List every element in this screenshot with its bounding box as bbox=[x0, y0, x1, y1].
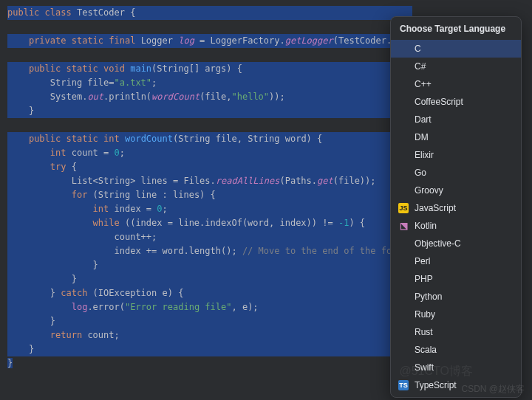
language-list: CC#C++CoffeeScriptDartDMElixirGoGroovyJS… bbox=[391, 40, 521, 397]
popup-title: Choose Target Language bbox=[391, 17, 521, 40]
language-item-objective-c[interactable]: Objective-C bbox=[391, 235, 521, 252]
language-label: Rust bbox=[415, 325, 433, 339]
blank-icon bbox=[398, 114, 409, 125]
blank-icon bbox=[398, 132, 409, 142]
language-item-coffeescript[interactable]: CoffeeScript bbox=[391, 93, 521, 111]
language-item-elixir[interactable]: Elixir bbox=[391, 146, 521, 164]
language-item-dm[interactable]: DM bbox=[391, 128, 521, 146]
language-item-go[interactable]: Go bbox=[391, 164, 521, 182]
language-item-c-[interactable]: C++ bbox=[391, 75, 521, 93]
language-item-scala[interactable]: Scala bbox=[391, 341, 521, 359]
language-item-rust[interactable]: Rust bbox=[391, 323, 521, 341]
language-label: Go bbox=[415, 166, 426, 179]
kotlin-icon: ⬔ bbox=[398, 221, 409, 231]
language-label: Perl bbox=[415, 255, 430, 268]
blank-icon bbox=[398, 256, 409, 266]
language-label: DM bbox=[415, 131, 429, 144]
language-item-c-[interactable]: C# bbox=[391, 58, 521, 75]
language-label: Elixir bbox=[415, 148, 434, 162]
blank-icon bbox=[398, 150, 409, 160]
language-label: PHP bbox=[415, 272, 433, 286]
language-label: Scala bbox=[415, 343, 437, 356]
language-label: CoffeeScript bbox=[415, 95, 463, 108]
language-item-groovy[interactable]: Groovy bbox=[391, 182, 521, 199]
language-item-ruby[interactable]: Ruby bbox=[391, 306, 521, 323]
language-label: Python bbox=[415, 290, 442, 303]
language-item-php[interactable]: PHP bbox=[391, 270, 521, 288]
language-item-javascript[interactable]: JSJavaScript bbox=[391, 199, 521, 217]
language-label: TypeScript bbox=[415, 379, 457, 392]
blank-icon bbox=[398, 44, 409, 54]
language-item-c[interactable]: C bbox=[391, 40, 521, 58]
blank-icon bbox=[398, 61, 409, 72]
target-language-popup: Choose Target Language CC#C++CoffeeScrip… bbox=[390, 16, 522, 398]
blank-icon bbox=[398, 97, 409, 107]
blank-icon bbox=[398, 292, 409, 302]
typescript-icon: TS bbox=[398, 380, 409, 390]
language-item-python[interactable]: Python bbox=[391, 288, 521, 306]
blank-icon bbox=[398, 309, 409, 320]
language-item-dart[interactable]: Dart bbox=[391, 111, 521, 128]
watermark-2: @51CTO博客 bbox=[399, 364, 473, 379]
language-item-kotlin[interactable]: ⬔Kotlin bbox=[391, 217, 521, 235]
blank-icon bbox=[398, 345, 409, 355]
language-label: C# bbox=[415, 60, 426, 73]
blank-icon bbox=[398, 238, 409, 249]
language-label: Dart bbox=[415, 113, 432, 126]
javascript-icon: JS bbox=[398, 203, 409, 213]
language-label: C bbox=[415, 42, 421, 55]
blank-icon bbox=[398, 274, 409, 284]
language-label: Kotlin bbox=[415, 219, 437, 232]
language-label: Ruby bbox=[415, 308, 435, 321]
language-item-perl[interactable]: Perl bbox=[391, 252, 521, 270]
language-label: JavaScript bbox=[415, 201, 456, 215]
language-label: C++ bbox=[415, 77, 432, 91]
blank-icon bbox=[398, 168, 409, 178]
blank-icon bbox=[398, 79, 409, 89]
blank-icon bbox=[398, 327, 409, 337]
language-label: Objective-C bbox=[415, 237, 461, 250]
watermark: CSDN @赵侠客 bbox=[461, 383, 525, 396]
blank-icon bbox=[398, 185, 409, 196]
language-label: Groovy bbox=[415, 184, 443, 197]
